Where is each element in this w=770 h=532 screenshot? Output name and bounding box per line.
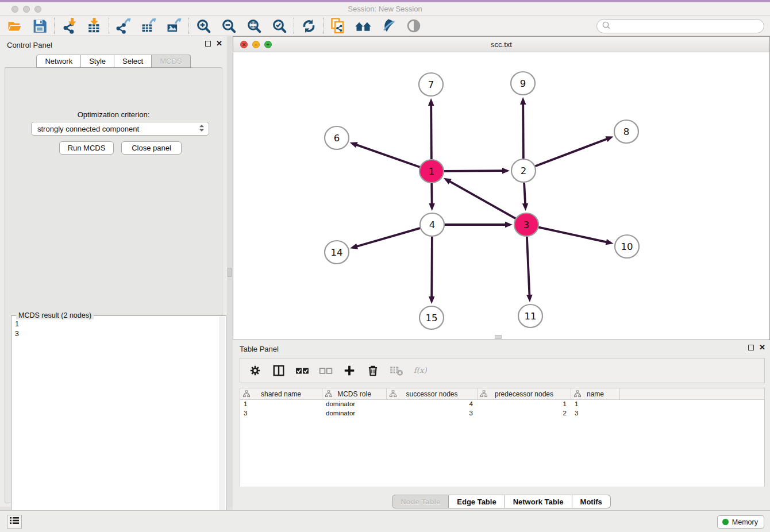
node-10[interactable]: 10 xyxy=(615,235,639,258)
main-toolbar xyxy=(0,16,770,36)
contrast-eye-icon[interactable] xyxy=(405,17,422,34)
import-network-icon[interactable] xyxy=(60,17,78,34)
function-fx-icon: f(x) xyxy=(413,364,427,377)
node-4[interactable]: 4 xyxy=(420,213,444,236)
node-2[interactable]: 2 xyxy=(511,159,536,182)
tab-edge-table[interactable]: Edge Table xyxy=(449,495,505,508)
save-icon[interactable] xyxy=(31,17,48,34)
table-cell[interactable]: dominator xyxy=(322,409,387,418)
edge-2-8[interactable] xyxy=(535,136,614,166)
task-history-button[interactable] xyxy=(7,515,22,529)
node-9[interactable]: 9 xyxy=(511,72,535,95)
network-window-titlebar[interactable]: ✕ − + scc.txt xyxy=(233,37,769,52)
search-input[interactable] xyxy=(611,21,764,32)
node-1[interactable]: 1 xyxy=(419,160,444,183)
tab-motifs[interactable]: Motifs xyxy=(572,495,611,508)
search-box[interactable] xyxy=(596,19,764,33)
refresh-icon[interactable] xyxy=(300,17,317,34)
node-6[interactable]: 6 xyxy=(325,126,349,149)
import-table-icon[interactable] xyxy=(86,17,103,34)
node-11[interactable]: 11 xyxy=(518,304,542,327)
edge-4-14[interactable] xyxy=(350,228,421,249)
table-panel: Table Panel ✕ f(x) shared nameMCDS roles… xyxy=(233,340,770,510)
column-header-shared-name[interactable]: shared name xyxy=(240,388,322,399)
edge-1-7[interactable] xyxy=(428,98,434,159)
table-cell[interactable]: 3 xyxy=(387,409,478,418)
zoom-in-icon[interactable] xyxy=(195,17,212,34)
edge-1-2[interactable] xyxy=(444,168,510,174)
float-panel-icon[interactable] xyxy=(205,41,211,47)
node-15[interactable]: 15 xyxy=(419,306,444,329)
network-view-window[interactable]: ✕ − + scc.txt 7968124314101511 xyxy=(233,36,770,340)
node-14[interactable]: 14 xyxy=(325,241,349,264)
svg-text:7: 7 xyxy=(428,79,434,90)
select-all-icon[interactable] xyxy=(295,364,309,377)
close-panel-icon[interactable]: ✕ xyxy=(216,41,222,47)
clone-network-icon[interactable] xyxy=(329,17,346,34)
panel-splitter[interactable] xyxy=(227,36,233,507)
splitter-handle[interactable] xyxy=(228,268,232,277)
node-table[interactable]: shared nameMCDS rolesuccessor nodesprede… xyxy=(240,388,765,487)
edge-4-15[interactable] xyxy=(429,237,434,304)
settings-icon[interactable] xyxy=(248,364,262,377)
zoom-selected-icon[interactable] xyxy=(271,17,288,34)
table-row[interactable]: 3dominator323 xyxy=(240,409,764,418)
tab-select[interactable]: Select xyxy=(114,55,152,68)
node-3[interactable]: 3 xyxy=(514,213,538,236)
home-icon[interactable] xyxy=(355,17,372,34)
table-cell[interactable]: 3 xyxy=(571,409,620,418)
tab-mcds[interactable]: MCDS xyxy=(152,55,190,68)
tab-node-table[interactable]: Node Table xyxy=(392,495,449,508)
node-7[interactable]: 7 xyxy=(419,73,443,96)
add-row-icon[interactable] xyxy=(342,364,356,377)
float-table-panel-icon[interactable] xyxy=(748,345,754,350)
toolbar-group xyxy=(294,17,323,34)
close-panel-button[interactable]: Close panel xyxy=(121,141,182,155)
table-cell[interactable]: 1 xyxy=(240,400,322,409)
edge-4-3[interactable] xyxy=(444,222,513,228)
edge-3-10[interactable] xyxy=(538,227,614,245)
criterion-dropdown[interactable]: strongly connected component xyxy=(31,122,209,136)
table-cell[interactable]: 1 xyxy=(478,400,571,409)
close-table-panel-icon[interactable]: ✕ xyxy=(759,345,765,350)
window-titlebar[interactable]: Session: New Session xyxy=(0,2,770,16)
tab-network[interactable]: Network xyxy=(36,55,81,68)
table-cell[interactable]: 4 xyxy=(387,400,478,409)
network-graph[interactable]: 7968124314101511 xyxy=(233,52,769,340)
column-header-name[interactable]: name xyxy=(571,388,620,399)
edge-1-6[interactable] xyxy=(350,142,421,167)
column-header-predecessor-nodes[interactable]: predecessor nodes xyxy=(478,388,571,399)
deselect-all-icon[interactable] xyxy=(319,364,333,377)
delete-row-icon[interactable] xyxy=(366,364,380,377)
canvas-splitter-handle[interactable] xyxy=(495,335,502,339)
network-canvas[interactable]: 7968124314101511 xyxy=(233,52,769,340)
edge-1-4[interactable] xyxy=(429,183,434,211)
tab-style[interactable]: Style xyxy=(81,55,114,68)
column-header-MCDS-role[interactable]: MCDS role xyxy=(322,388,387,399)
table-cell[interactable]: 1 xyxy=(571,400,620,409)
mcds-result-text[interactable]: 1 3 xyxy=(15,319,219,532)
result-scrollbar[interactable] xyxy=(220,317,225,532)
node-8[interactable]: 8 xyxy=(614,120,638,143)
table-cell[interactable]: dominator xyxy=(322,400,387,409)
table-cell[interactable]: 3 xyxy=(240,409,322,418)
zoom-fit-icon[interactable] xyxy=(245,17,263,34)
edge-2-3[interactable] xyxy=(522,183,528,211)
table-row[interactable]: 1dominator411 xyxy=(240,400,764,409)
memory-button[interactable]: Memory xyxy=(717,515,764,529)
column-header-successor-nodes[interactable]: successor nodes xyxy=(387,388,478,399)
zoom-out-icon[interactable] xyxy=(220,17,237,34)
export-network-icon[interactable] xyxy=(115,17,132,34)
columns-icon[interactable] xyxy=(272,364,286,377)
table-cell[interactable]: 2 xyxy=(478,409,571,418)
open-icon[interactable] xyxy=(6,17,23,34)
edge-3-1[interactable] xyxy=(444,178,516,219)
tab-network-table[interactable]: Network Table xyxy=(505,495,572,508)
table-panel-header: Table Panel ✕ xyxy=(233,340,770,356)
edge-2-9[interactable] xyxy=(520,97,526,159)
export-table-icon[interactable] xyxy=(140,17,157,34)
run-mcds-button[interactable]: Run MCDS xyxy=(59,141,114,155)
style-brush-icon[interactable] xyxy=(380,17,397,34)
export-image-icon[interactable] xyxy=(165,17,183,34)
edge-3-11[interactable] xyxy=(526,237,532,302)
